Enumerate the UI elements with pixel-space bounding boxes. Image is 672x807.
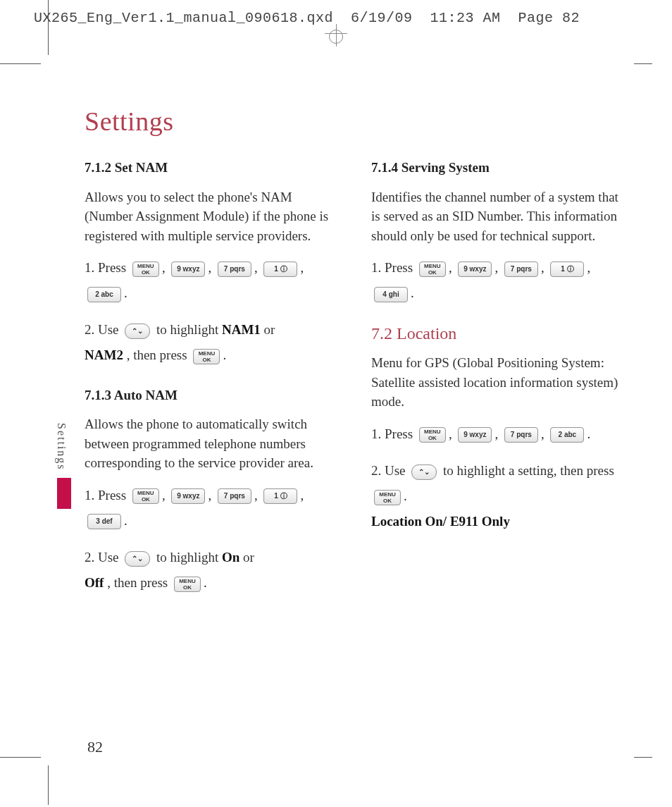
- key-7-icon: 7 pqrs: [218, 488, 251, 504]
- key-9-icon: 9 wxyz: [458, 427, 492, 443]
- side-tab: Settings: [55, 423, 73, 509]
- step-text: to highlight: [156, 322, 222, 337]
- option-nam1: NAM1: [222, 322, 261, 337]
- step-text: , then press: [127, 347, 191, 362]
- nav-key-icon: ⌃⌄: [125, 324, 150, 339]
- side-tab-label: Settings: [55, 423, 68, 475]
- step: 1. Press MENUOK, 9 wxyz, 7 pqrs, 1 ⓘ, 3 …: [85, 483, 343, 534]
- key-9-icon: 9 wxyz: [458, 261, 492, 277]
- key-4-icon: 4 ghi: [374, 287, 408, 302]
- option-location: Location On/ E911 Only: [371, 514, 510, 529]
- registration-mark-icon: [313, 24, 359, 47]
- paragraph: Menu for GPS (Global Positioning System:…: [371, 353, 630, 412]
- menu-ok-key-icon: MENUOK: [374, 490, 401, 505]
- nav-key-icon: ⌃⌄: [411, 464, 437, 480]
- menu-ok-key-icon: MENUOK: [193, 349, 220, 364]
- step-text: 2. Use: [371, 463, 409, 478]
- menu-ok-key-icon: MENUOK: [174, 577, 201, 592]
- left-column: 7.1.2 Set NAM Allows you to select the p…: [85, 158, 343, 607]
- paragraph: Allows you to select the phone's NAM (Nu…: [85, 187, 343, 246]
- paragraph: Identifies the channel number of a syste…: [371, 187, 630, 246]
- side-tab-bar-icon: [57, 478, 71, 509]
- heading-serving-system: 7.1.4 Serving System: [371, 158, 630, 178]
- paragraph: Allows the phone to automatically switch…: [85, 414, 343, 473]
- heading-auto-nam: 7.1.3 Auto NAM: [85, 386, 343, 405]
- key-2-icon: 2 abc: [87, 287, 121, 302]
- key-1-icon: 1 ⓘ: [263, 261, 297, 277]
- step-text: 1. Press: [85, 488, 130, 503]
- crop-mark-icon: [634, 757, 652, 758]
- menu-ok-key-icon: MENUOK: [419, 427, 446, 443]
- option-off: Off: [85, 575, 104, 590]
- step-text: 1. Press: [371, 260, 416, 275]
- option-on: On: [222, 550, 239, 565]
- heading-set-nam: 7.1.2 Set NAM: [85, 158, 343, 178]
- crop-mark-icon: [0, 757, 41, 758]
- key-7-icon: 7 pqrs: [504, 261, 538, 277]
- key-1-icon: 1 ⓘ: [550, 261, 584, 277]
- crop-mark-icon: [48, 0, 49, 55]
- key-3-icon: 3 def: [87, 514, 121, 529]
- menu-ok-key-icon: MENUOK: [419, 261, 446, 277]
- step-text: 2. Use: [85, 322, 122, 337]
- crop-mark-icon: [0, 63, 41, 64]
- key-2-icon: 2 abc: [550, 427, 584, 443]
- step: 2. Use ⌃⌄ to highlight On or Off , then …: [85, 545, 343, 596]
- step-text: 1. Press: [371, 426, 416, 441]
- step: 2. Use ⌃⌄ to highlight a setting, then p…: [371, 458, 630, 534]
- crop-mark-icon: [48, 765, 49, 805]
- key-9-icon: 9 wxyz: [171, 488, 205, 504]
- nav-key-icon: ⌃⌄: [125, 551, 150, 567]
- page-title: Settings: [85, 106, 630, 137]
- step-text: 2. Use: [85, 550, 122, 565]
- step: 1. Press MENUOK, 9 wxyz, 7 pqrs, 2 abc.: [371, 421, 630, 447]
- step: 2. Use ⌃⌄ to highlight NAM1 or NAM2 , th…: [85, 317, 343, 368]
- key-1-icon: 1 ⓘ: [263, 488, 297, 504]
- content-area: Settings 7.1.2 Set NAM Allows you to sel…: [85, 106, 630, 744]
- step: 1. Press MENUOK, 9 wxyz, 7 pqrs, 1 ⓘ, 4 …: [371, 255, 630, 306]
- menu-ok-key-icon: MENUOK: [132, 261, 159, 277]
- step-text: or: [243, 550, 254, 565]
- manual-page: UX265_Eng_Ver1.1_manual_090618.qxd 6/19/…: [0, 0, 672, 807]
- step-text: 1. Press: [85, 260, 130, 275]
- step-text: or: [264, 322, 275, 337]
- key-7-icon: 7 pqrs: [218, 261, 251, 277]
- option-nam2: NAM2: [85, 347, 123, 362]
- step-text: to highlight a setting, then press: [443, 463, 614, 478]
- right-column: 7.1.4 Serving System Identifies the chan…: [371, 158, 630, 607]
- crop-mark-icon: [634, 63, 652, 64]
- step-text: , then press: [107, 575, 171, 590]
- page-number: 82: [87, 738, 103, 756]
- heading-location: 7.2 Location: [371, 321, 630, 346]
- columns: 7.1.2 Set NAM Allows you to select the p…: [85, 158, 630, 607]
- step-text: to highlight: [156, 550, 222, 565]
- step: 1. Press MENUOK, 9 wxyz, 7 pqrs, 1 ⓘ, 2 …: [85, 255, 343, 306]
- key-9-icon: 9 wxyz: [171, 261, 205, 277]
- menu-ok-key-icon: MENUOK: [132, 488, 159, 504]
- key-7-icon: 7 pqrs: [504, 427, 538, 443]
